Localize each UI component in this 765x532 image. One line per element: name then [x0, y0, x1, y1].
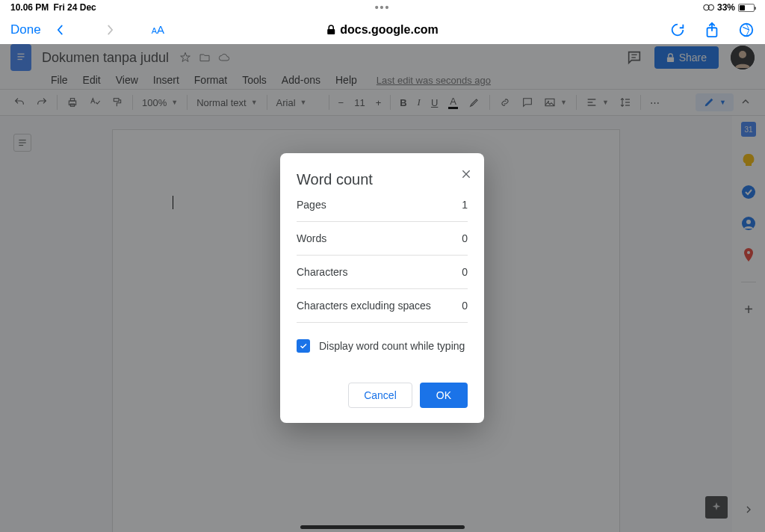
close-icon: [460, 168, 472, 180]
dialog-title: Word count: [297, 171, 468, 188]
multitasking-dots[interactable]: •••: [375, 1, 391, 13]
status-date: Fri 24 Dec: [53, 2, 96, 13]
stat-characters-no-spaces: Characters excluding spaces 0: [297, 289, 468, 323]
privacy-icon: [702, 4, 714, 11]
display-while-typing-option[interactable]: Display word count while typing: [297, 339, 468, 353]
safari-toolbar: Done AA docs.google.com: [0, 15, 765, 44]
forward-button: [105, 25, 116, 35]
cancel-button[interactable]: Cancel: [348, 383, 412, 408]
word-count-dialog: Word count Pages 1 Words 0 Characters 0 …: [280, 153, 484, 423]
text-size-button[interactable]: AA: [152, 23, 164, 36]
back-button[interactable]: [55, 25, 65, 35]
stat-words: Words 0: [297, 222, 468, 256]
address-bar[interactable]: docs.google.com: [326, 23, 439, 37]
battery-percent: 33%: [717, 2, 735, 13]
check-icon: [299, 341, 308, 350]
checkbox-checked[interactable]: [297, 339, 310, 353]
ok-button[interactable]: OK: [420, 383, 468, 408]
share-button[interactable]: [704, 22, 720, 38]
checkbox-label: Display word count while typing: [319, 340, 465, 352]
url-text: docs.google.com: [340, 23, 439, 37]
battery-icon: [738, 4, 755, 12]
lock-icon: [326, 25, 335, 35]
stat-pages: Pages 1: [297, 188, 468, 222]
done-button[interactable]: Done: [10, 22, 41, 37]
reload-button[interactable]: [669, 22, 686, 38]
close-button[interactable]: [460, 168, 472, 183]
svg-rect-0: [327, 29, 335, 34]
tabs-button[interactable]: [738, 22, 755, 38]
ios-status-bar: 10.06 PM Fri 24 Dec ••• 33%: [0, 0, 765, 15]
stat-characters: Characters 0: [297, 256, 468, 289]
status-time: 10.06 PM: [10, 2, 49, 13]
svg-point-2: [740, 23, 753, 36]
